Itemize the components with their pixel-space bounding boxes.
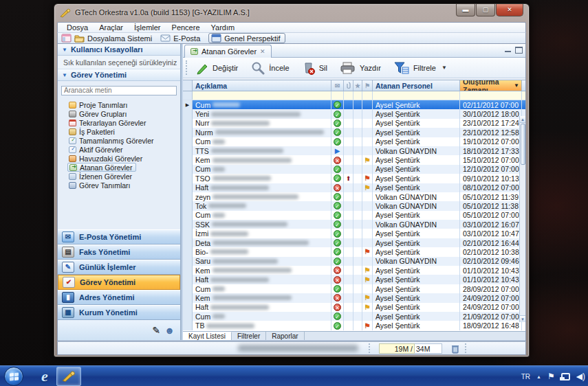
table-row[interactable]: Kem bbox=[183, 266, 525, 275]
garbage-collect-icon[interactable] bbox=[451, 344, 459, 354]
module-button[interactable]: Adres Yönetimi bbox=[58, 290, 180, 305]
panel-minimize-button[interactable] bbox=[505, 47, 511, 52]
table-row[interactable]: Nurr bbox=[183, 119, 525, 128]
table-row[interactable]: ▶ Cum bbox=[183, 100, 525, 109]
bottom-tab[interactable]: Filtreler bbox=[232, 332, 266, 340]
menu-item[interactable]: Araçlar bbox=[94, 23, 128, 32]
table-row[interactable]: Deta bbox=[183, 238, 525, 247]
created-column-header[interactable]: Oluşturma Zamanı ▼ bbox=[460, 80, 522, 91]
email-icon[interactable] bbox=[160, 34, 171, 43]
tree-item[interactable]: Aktif Görevler bbox=[67, 145, 127, 154]
menu-item[interactable]: Pencere bbox=[167, 23, 205, 32]
inspect-button[interactable]: İncele bbox=[248, 60, 292, 76]
scroll-down-icon[interactable]: ▼ bbox=[520, 315, 525, 322]
table-row[interactable]: Nurm bbox=[183, 128, 525, 137]
table-row[interactable]: TTS bbox=[183, 146, 525, 155]
module-button[interactable]: Faks Yönetimi bbox=[58, 245, 180, 260]
edit-button[interactable]: Değiştir bbox=[193, 60, 241, 76]
table-row[interactable]: Cum bbox=[183, 165, 525, 174]
filter-dropdown-icon[interactable]: ▼ bbox=[442, 65, 447, 71]
vertical-scrollbar[interactable]: ▲ ▼ bbox=[519, 116, 525, 322]
person-filter-cell[interactable] bbox=[373, 91, 460, 100]
perspective-icon[interactable] bbox=[61, 34, 72, 43]
orkestra-taskbar-button[interactable] bbox=[56, 367, 81, 386]
scroll-up-icon[interactable]: ▲ bbox=[520, 116, 525, 123]
module-button[interactable]: Günlük İşlemler bbox=[58, 260, 180, 275]
tree-item[interactable]: Havuzdaki Görevler bbox=[67, 154, 146, 163]
tree-item[interactable]: İş Paketleri bbox=[67, 127, 118, 136]
action-center-icon[interactable]: ⚑ bbox=[547, 372, 555, 381]
tree-item[interactable]: Görev Tanımları bbox=[67, 181, 134, 190]
tree-item[interactable]: Tekrarlayan Görevler bbox=[67, 118, 149, 127]
module-button[interactable]: Kurum Yönetimi bbox=[58, 305, 180, 320]
tree-search-input[interactable] bbox=[61, 86, 177, 95]
flag-column-header[interactable]: ⚑ bbox=[362, 80, 373, 91]
general-perspective-button[interactable]: Genel Perspektif bbox=[208, 33, 285, 43]
attachment-filter-cell[interactable] bbox=[344, 91, 353, 100]
table-row[interactable]: Cum bbox=[183, 284, 525, 293]
filter-button[interactable]: Filtrele ▼ bbox=[391, 60, 450, 76]
table-row[interactable]: Tok bbox=[183, 201, 525, 210]
star-column-header[interactable]: ★ bbox=[353, 80, 362, 91]
table-row[interactable]: Kem bbox=[183, 293, 525, 302]
minimize-button[interactable]: ▬ bbox=[456, 4, 475, 16]
task-management-header[interactable]: ▼ Görev Yönetimi bbox=[58, 69, 180, 81]
volume-icon[interactable]: ◀) bbox=[576, 372, 585, 381]
table-row[interactable]: Bio- bbox=[183, 247, 525, 256]
delete-button[interactable]: Sil bbox=[299, 60, 330, 76]
tree-item[interactable]: Proje Tanımları bbox=[67, 100, 131, 109]
maximize-button[interactable]: ▢ bbox=[476, 4, 495, 16]
network-icon[interactable] bbox=[561, 373, 570, 381]
table-row[interactable]: SSK bbox=[183, 220, 525, 229]
language-indicator[interactable]: TR bbox=[521, 373, 530, 381]
tree-item[interactable]: İzlenen Görevler bbox=[67, 172, 135, 181]
bottom-tab[interactable]: Kayıt Listesi bbox=[183, 332, 232, 340]
star-filter-cell[interactable] bbox=[353, 91, 362, 100]
clipboard-icon[interactable]: ✎ bbox=[153, 325, 161, 336]
start-button[interactable] bbox=[4, 367, 23, 386]
person-column-header[interactable]: Atanan Personel bbox=[373, 80, 460, 91]
person-icon[interactable]: ☻ bbox=[164, 325, 175, 336]
table-row[interactable]: Kem bbox=[183, 155, 525, 164]
created-filter-cell[interactable] bbox=[460, 91, 522, 100]
scrollbar-thumb[interactable] bbox=[521, 124, 525, 165]
table-row[interactable]: TB bbox=[183, 321, 525, 330]
description-filter-cell[interactable] bbox=[193, 91, 331, 100]
table-row[interactable]: Saru bbox=[183, 257, 525, 266]
bottom-tab[interactable]: Raporlar bbox=[266, 332, 304, 340]
menu-item[interactable]: Dosya bbox=[62, 23, 93, 32]
description-column-header[interactable]: Açıklama bbox=[193, 80, 331, 91]
menu-item[interactable]: İşlemler bbox=[129, 23, 166, 32]
folder-icon[interactable] bbox=[74, 34, 85, 43]
status-column-header[interactable]: ✉ bbox=[331, 80, 344, 91]
flag-filter-cell[interactable] bbox=[362, 91, 373, 100]
table-row[interactable]: zeyn bbox=[183, 192, 525, 201]
table-row[interactable]: Haft bbox=[183, 275, 525, 284]
tree-item[interactable]: Atanan Görevler bbox=[67, 163, 136, 172]
table-row[interactable]: Cum bbox=[183, 137, 525, 146]
tree-item[interactable]: Tamamlanmış Görevler bbox=[67, 136, 157, 145]
table-row[interactable]: TSO bbox=[183, 174, 525, 183]
table-row[interactable]: Haft bbox=[183, 303, 525, 312]
table-row[interactable]: İzmi bbox=[183, 229, 525, 238]
module-button[interactable]: Görev Yönetimi bbox=[58, 275, 180, 290]
table-row[interactable]: Haft bbox=[183, 183, 525, 192]
tree-item[interactable]: Görev Grupları bbox=[67, 109, 130, 118]
close-button[interactable]: ✕ bbox=[496, 4, 523, 16]
table-row[interactable]: Cum bbox=[183, 211, 525, 220]
table-row[interactable]: Cum bbox=[183, 312, 525, 321]
status-filter-cell[interactable] bbox=[331, 91, 344, 100]
hidden-icons-arrow[interactable]: ▲ bbox=[536, 374, 541, 379]
attachment-column-header[interactable] bbox=[344, 80, 353, 91]
tab-close-icon[interactable]: ✕ bbox=[260, 48, 265, 55]
panel-maximize-button[interactable] bbox=[515, 47, 523, 54]
user-shortcuts-header[interactable]: ▼ Kullanıcı Kısayolları bbox=[58, 44, 180, 56]
menu-item[interactable]: Yardım bbox=[206, 23, 240, 32]
print-button[interactable]: Yazdır bbox=[337, 60, 384, 76]
title-bar[interactable]: GTech Orkestra v1.0a (build 1153) [G-YAZ… bbox=[54, 4, 529, 22]
assigned-tasks-tab[interactable]: Atanan Görevler ✕ bbox=[184, 45, 272, 58]
module-button[interactable]: E-Posta Yönetimi bbox=[58, 229, 180, 245]
filing-system-button[interactable]: Dosyalama Sistemi bbox=[87, 34, 152, 43]
table-row[interactable]: Yeni bbox=[183, 109, 525, 118]
internet-explorer-button[interactable]: e bbox=[36, 367, 54, 385]
